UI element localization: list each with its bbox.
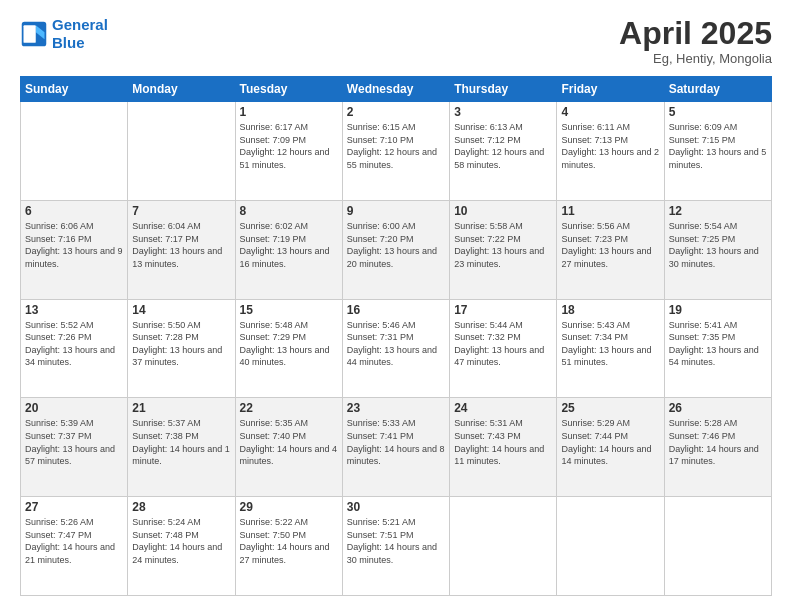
day-number: 20 [25, 401, 123, 415]
header: General Blue April 2025 Eg, Hentiy, Mong… [20, 16, 772, 66]
calendar-cell: 29Sunrise: 5:22 AMSunset: 7:50 PMDayligh… [235, 497, 342, 596]
col-saturday: Saturday [664, 77, 771, 102]
col-sunday: Sunday [21, 77, 128, 102]
day-info: Sunrise: 5:29 AMSunset: 7:44 PMDaylight:… [561, 417, 659, 467]
week-row-5: 27Sunrise: 5:26 AMSunset: 7:47 PMDayligh… [21, 497, 772, 596]
calendar-cell: 14Sunrise: 5:50 AMSunset: 7:28 PMDayligh… [128, 299, 235, 398]
day-info: Sunrise: 5:22 AMSunset: 7:50 PMDaylight:… [240, 516, 338, 566]
day-info: Sunrise: 6:00 AMSunset: 7:20 PMDaylight:… [347, 220, 445, 270]
day-number: 19 [669, 303, 767, 317]
day-number: 13 [25, 303, 123, 317]
day-info: Sunrise: 6:06 AMSunset: 7:16 PMDaylight:… [25, 220, 123, 270]
logo-line2: Blue [52, 34, 85, 51]
week-row-2: 6Sunrise: 6:06 AMSunset: 7:16 PMDaylight… [21, 200, 772, 299]
calendar-cell: 23Sunrise: 5:33 AMSunset: 7:41 PMDayligh… [342, 398, 449, 497]
calendar-cell [128, 102, 235, 201]
day-info: Sunrise: 6:13 AMSunset: 7:12 PMDaylight:… [454, 121, 552, 171]
day-number: 16 [347, 303, 445, 317]
week-row-1: 1Sunrise: 6:17 AMSunset: 7:09 PMDaylight… [21, 102, 772, 201]
calendar-cell [450, 497, 557, 596]
day-number: 27 [25, 500, 123, 514]
calendar-cell: 10Sunrise: 5:58 AMSunset: 7:22 PMDayligh… [450, 200, 557, 299]
calendar-cell: 9Sunrise: 6:00 AMSunset: 7:20 PMDaylight… [342, 200, 449, 299]
day-info: Sunrise: 5:37 AMSunset: 7:38 PMDaylight:… [132, 417, 230, 467]
calendar-cell: 20Sunrise: 5:39 AMSunset: 7:37 PMDayligh… [21, 398, 128, 497]
day-info: Sunrise: 5:58 AMSunset: 7:22 PMDaylight:… [454, 220, 552, 270]
day-number: 29 [240, 500, 338, 514]
calendar-cell: 13Sunrise: 5:52 AMSunset: 7:26 PMDayligh… [21, 299, 128, 398]
day-info: Sunrise: 5:56 AMSunset: 7:23 PMDaylight:… [561, 220, 659, 270]
day-number: 18 [561, 303, 659, 317]
day-number: 5 [669, 105, 767, 119]
calendar-cell: 6Sunrise: 6:06 AMSunset: 7:16 PMDaylight… [21, 200, 128, 299]
day-number: 10 [454, 204, 552, 218]
calendar-cell: 25Sunrise: 5:29 AMSunset: 7:44 PMDayligh… [557, 398, 664, 497]
day-info: Sunrise: 5:48 AMSunset: 7:29 PMDaylight:… [240, 319, 338, 369]
day-info: Sunrise: 5:46 AMSunset: 7:31 PMDaylight:… [347, 319, 445, 369]
day-info: Sunrise: 5:28 AMSunset: 7:46 PMDaylight:… [669, 417, 767, 467]
calendar-cell: 16Sunrise: 5:46 AMSunset: 7:31 PMDayligh… [342, 299, 449, 398]
calendar-cell [664, 497, 771, 596]
day-info: Sunrise: 6:15 AMSunset: 7:10 PMDaylight:… [347, 121, 445, 171]
calendar-table: Sunday Monday Tuesday Wednesday Thursday… [20, 76, 772, 596]
calendar-cell: 1Sunrise: 6:17 AMSunset: 7:09 PMDaylight… [235, 102, 342, 201]
day-number: 30 [347, 500, 445, 514]
day-number: 8 [240, 204, 338, 218]
day-number: 17 [454, 303, 552, 317]
calendar-cell: 2Sunrise: 6:15 AMSunset: 7:10 PMDaylight… [342, 102, 449, 201]
title-block: April 2025 Eg, Hentiy, Mongolia [619, 16, 772, 66]
calendar-cell: 5Sunrise: 6:09 AMSunset: 7:15 PMDaylight… [664, 102, 771, 201]
calendar-cell: 22Sunrise: 5:35 AMSunset: 7:40 PMDayligh… [235, 398, 342, 497]
calendar-cell: 27Sunrise: 5:26 AMSunset: 7:47 PMDayligh… [21, 497, 128, 596]
calendar-cell: 7Sunrise: 6:04 AMSunset: 7:17 PMDaylight… [128, 200, 235, 299]
week-row-4: 20Sunrise: 5:39 AMSunset: 7:37 PMDayligh… [21, 398, 772, 497]
day-number: 4 [561, 105, 659, 119]
day-info: Sunrise: 5:21 AMSunset: 7:51 PMDaylight:… [347, 516, 445, 566]
day-number: 28 [132, 500, 230, 514]
col-monday: Monday [128, 77, 235, 102]
day-number: 25 [561, 401, 659, 415]
col-friday: Friday [557, 77, 664, 102]
day-info: Sunrise: 5:39 AMSunset: 7:37 PMDaylight:… [25, 417, 123, 467]
col-thursday: Thursday [450, 77, 557, 102]
day-number: 2 [347, 105, 445, 119]
calendar-cell: 8Sunrise: 6:02 AMSunset: 7:19 PMDaylight… [235, 200, 342, 299]
day-number: 11 [561, 204, 659, 218]
day-number: 24 [454, 401, 552, 415]
day-info: Sunrise: 6:17 AMSunset: 7:09 PMDaylight:… [240, 121, 338, 171]
day-number: 21 [132, 401, 230, 415]
day-info: Sunrise: 5:44 AMSunset: 7:32 PMDaylight:… [454, 319, 552, 369]
day-info: Sunrise: 6:04 AMSunset: 7:17 PMDaylight:… [132, 220, 230, 270]
calendar-cell: 4Sunrise: 6:11 AMSunset: 7:13 PMDaylight… [557, 102, 664, 201]
day-number: 6 [25, 204, 123, 218]
day-info: Sunrise: 5:24 AMSunset: 7:48 PMDaylight:… [132, 516, 230, 566]
calendar-header-row: Sunday Monday Tuesday Wednesday Thursday… [21, 77, 772, 102]
day-number: 3 [454, 105, 552, 119]
calendar-cell [557, 497, 664, 596]
calendar-cell: 24Sunrise: 5:31 AMSunset: 7:43 PMDayligh… [450, 398, 557, 497]
calendar-cell: 12Sunrise: 5:54 AMSunset: 7:25 PMDayligh… [664, 200, 771, 299]
calendar-cell: 3Sunrise: 6:13 AMSunset: 7:12 PMDaylight… [450, 102, 557, 201]
day-info: Sunrise: 6:09 AMSunset: 7:15 PMDaylight:… [669, 121, 767, 171]
calendar-cell: 28Sunrise: 5:24 AMSunset: 7:48 PMDayligh… [128, 497, 235, 596]
day-info: Sunrise: 5:35 AMSunset: 7:40 PMDaylight:… [240, 417, 338, 467]
day-number: 12 [669, 204, 767, 218]
calendar-cell: 11Sunrise: 5:56 AMSunset: 7:23 PMDayligh… [557, 200, 664, 299]
day-info: Sunrise: 5:33 AMSunset: 7:41 PMDaylight:… [347, 417, 445, 467]
logo-line1: General [52, 16, 108, 33]
calendar-cell: 21Sunrise: 5:37 AMSunset: 7:38 PMDayligh… [128, 398, 235, 497]
week-row-3: 13Sunrise: 5:52 AMSunset: 7:26 PMDayligh… [21, 299, 772, 398]
day-info: Sunrise: 5:54 AMSunset: 7:25 PMDaylight:… [669, 220, 767, 270]
calendar-subtitle: Eg, Hentiy, Mongolia [619, 51, 772, 66]
calendar-cell: 26Sunrise: 5:28 AMSunset: 7:46 PMDayligh… [664, 398, 771, 497]
calendar-cell [21, 102, 128, 201]
day-info: Sunrise: 5:50 AMSunset: 7:28 PMDaylight:… [132, 319, 230, 369]
calendar-title: April 2025 [619, 16, 772, 51]
day-info: Sunrise: 5:43 AMSunset: 7:34 PMDaylight:… [561, 319, 659, 369]
col-tuesday: Tuesday [235, 77, 342, 102]
logo-text: General Blue [52, 16, 108, 52]
day-number: 14 [132, 303, 230, 317]
logo: General Blue [20, 16, 108, 52]
svg-rect-2 [24, 25, 36, 43]
calendar-cell: 30Sunrise: 5:21 AMSunset: 7:51 PMDayligh… [342, 497, 449, 596]
